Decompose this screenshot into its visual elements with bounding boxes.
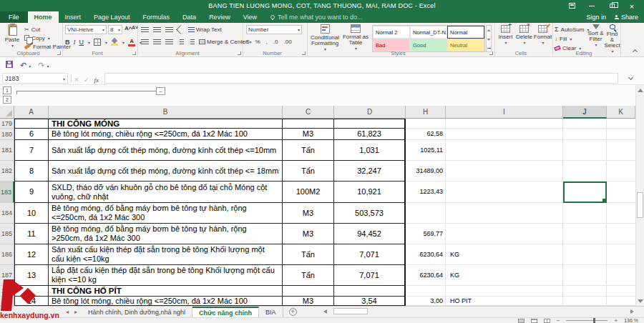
cell-H179[interactable] — [406, 119, 446, 129]
font-color-button[interactable] — [128, 39, 135, 46]
column-header-C[interactable]: C — [283, 106, 334, 119]
outline-level-2-button[interactable]: 2 — [3, 96, 11, 104]
row-header-184[interactable]: 184 — [0, 203, 14, 224]
accounting-format-button[interactable]: $ — [246, 39, 249, 45]
vertical-scroll-thumb[interactable] — [637, 192, 643, 218]
cell-J182[interactable] — [563, 161, 607, 182]
ribbon-tab-file[interactable]: File — [0, 11, 28, 23]
orientation-button[interactable] — [176, 25, 185, 34]
cell-C186[interactable]: Tấn — [283, 244, 334, 265]
ribbon-tab-formulas[interactable]: Formulas — [137, 11, 177, 23]
zoom-in-button[interactable]: + — [614, 319, 618, 323]
increase-font-size-button[interactable] — [125, 25, 132, 31]
underline-button[interactable] — [79, 39, 84, 46]
cell-J184[interactable] — [563, 203, 607, 224]
horizontal-scroll-thumb[interactable] — [333, 308, 368, 314]
row-header-183[interactable]: 183 — [0, 182, 14, 203]
align-top-button[interactable] — [141, 27, 149, 33]
cell-J189[interactable] — [563, 297, 607, 306]
decrease-decimal-button[interactable]: .00 — [283, 39, 291, 45]
expand-formula-bar-icon[interactable] — [628, 75, 633, 80]
conditional-formatting-button[interactable]: Conditional Formatting — [309, 24, 341, 53]
borders-button[interactable] — [94, 39, 101, 46]
bold-button[interactable] — [65, 39, 70, 46]
zoom-level[interactable]: 136 % — [624, 318, 638, 323]
cell-J186[interactable] — [563, 244, 607, 265]
redo-button[interactable] — [38, 58, 49, 71]
format-cells-button[interactable]: Format — [534, 25, 552, 54]
cell-B182[interactable]: Sản xuất lắp dựng cốt thép móng, đường k… — [49, 161, 283, 182]
sheet-tab-3[interactable]: BIA — [259, 307, 283, 317]
styles-dialog-launcher[interactable] — [489, 51, 493, 55]
autosum-button[interactable]: AutoSum — [555, 25, 590, 34]
cell-K185[interactable] — [607, 224, 635, 244]
delete-cells-button[interactable]: Delete — [515, 25, 533, 54]
row-header-187[interactable]: 187 — [0, 265, 14, 286]
style-normal-dt-n[interactable]: Normal_DT-N... — [410, 26, 447, 39]
increase-indent-button[interactable] — [188, 39, 195, 45]
clipboard-dialog-launcher[interactable] — [57, 51, 61, 55]
increase-decimal-button[interactable]: .0 — [273, 39, 278, 45]
cell-K187[interactable] — [607, 265, 635, 286]
horizontal-scrollbar[interactable] — [323, 308, 634, 315]
cell-B181[interactable]: Sản xuất lắp dựng cốt thép móng, đường k… — [49, 140, 283, 161]
cell-B186[interactable]: Sản xuất cấu kiện thép đặt sẵn trong bê … — [49, 244, 283, 265]
cell-H184[interactable] — [406, 203, 446, 224]
comma-style-button[interactable]: , — [266, 39, 268, 45]
cell-B187[interactable]: Lắp đặt cấu kiện thép đặt sẵn trong bê t… — [49, 265, 283, 286]
column-header-A[interactable]: A — [14, 106, 49, 119]
decrease-font-size-button[interactable] — [132, 25, 138, 30]
cell-K188[interactable] — [607, 286, 635, 297]
cell-C184[interactable]: M3 — [283, 203, 334, 224]
insert-function-button[interactable] — [94, 72, 99, 85]
cell-J179[interactable] — [563, 119, 607, 129]
row-header-185[interactable]: 185 — [0, 224, 14, 244]
cell-I186[interactable]: KG — [446, 244, 563, 265]
cell-I188[interactable] — [446, 286, 563, 297]
cell-A189[interactable]: 14 — [14, 297, 49, 306]
align-bottom-button[interactable] — [165, 27, 173, 33]
cell-I182[interactable] — [446, 161, 563, 182]
cell-H188[interactable] — [406, 286, 446, 297]
decrease-indent-button[interactable] — [177, 39, 184, 45]
cell-A181[interactable]: 7 — [14, 140, 49, 161]
ribbon-display-options-button[interactable] — [567, 1, 577, 11]
styles-gallery-scrollbar[interactable] — [486, 25, 492, 52]
cell-J187[interactable] — [563, 265, 607, 286]
cell-K184[interactable] — [607, 203, 635, 224]
formula-input[interactable] — [104, 73, 618, 84]
cell-D187[interactable]: 7,071 — [334, 265, 406, 286]
cell-B180[interactable]: Bê tông lót móng, chiều rộng <=250cm, đá… — [49, 129, 283, 140]
cell-D183[interactable]: 10,921 — [334, 182, 406, 203]
cell-H180[interactable]: 62,58 — [406, 129, 446, 140]
sign-in-link[interactable]: Sign in — [586, 14, 606, 21]
column-header-J[interactable]: J — [563, 106, 607, 119]
cell-A188[interactable] — [14, 286, 49, 297]
cell-H182[interactable]: 31489,00 — [406, 161, 446, 182]
minimize-button[interactable] — [587, 1, 597, 11]
cell-K183[interactable] — [607, 182, 635, 203]
cell-J180[interactable] — [563, 129, 607, 140]
wrap-text-button[interactable]: Wrap Text — [188, 26, 222, 33]
cell-C182[interactable]: Tấn — [283, 161, 334, 182]
zoom-slider-thumb[interactable] — [593, 318, 595, 323]
cell-I184[interactable] — [446, 203, 563, 224]
number-format-select[interactable]: Number — [246, 25, 302, 34]
cell-A185[interactable]: 11 — [14, 224, 49, 244]
cell-C189[interactable]: M3 — [283, 297, 334, 306]
sheet-tab-1[interactable]: Hành chính, Dinh dưỡng,nhà nghỉ — [82, 307, 192, 317]
confirm-entry-button[interactable] — [84, 72, 89, 85]
cell-D179[interactable] — [334, 119, 406, 129]
align-right-button[interactable] — [165, 39, 173, 45]
cell-H183[interactable]: 1223,43 — [406, 182, 446, 203]
cell-J181[interactable] — [563, 140, 607, 161]
cell-I180[interactable] — [446, 129, 563, 140]
percent-style-button[interactable]: % — [255, 39, 260, 45]
format-as-table-button[interactable]: Format as Table — [341, 24, 371, 53]
cell-B184[interactable]: Bê tông móng, đổ bằng máy bơm bê tông tự… — [49, 203, 283, 224]
row-header-189[interactable]: 189 — [0, 297, 14, 306]
cell-A182[interactable]: 8 — [14, 161, 49, 182]
cell-I183[interactable] — [446, 182, 563, 203]
cell-A183[interactable]: 9 — [14, 182, 49, 203]
page-break-view-button[interactable] — [544, 319, 550, 323]
